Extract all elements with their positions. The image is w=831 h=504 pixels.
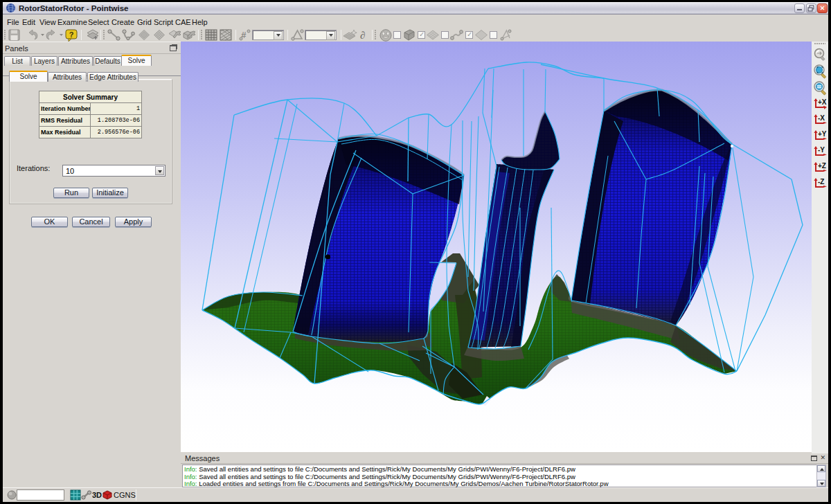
svg-text:+X: +X bbox=[818, 98, 827, 106]
svg-text:-Z: -Z bbox=[818, 178, 824, 186]
svg-text:-X: -X bbox=[818, 114, 825, 122]
svg-text:+Y: +Y bbox=[818, 130, 827, 138]
svg-text:∂: ∂ bbox=[360, 30, 365, 41]
svg-text:?: ? bbox=[69, 30, 74, 39]
svg-text:+Z: +Z bbox=[818, 162, 826, 170]
svg-text:-Y: -Y bbox=[818, 146, 825, 154]
